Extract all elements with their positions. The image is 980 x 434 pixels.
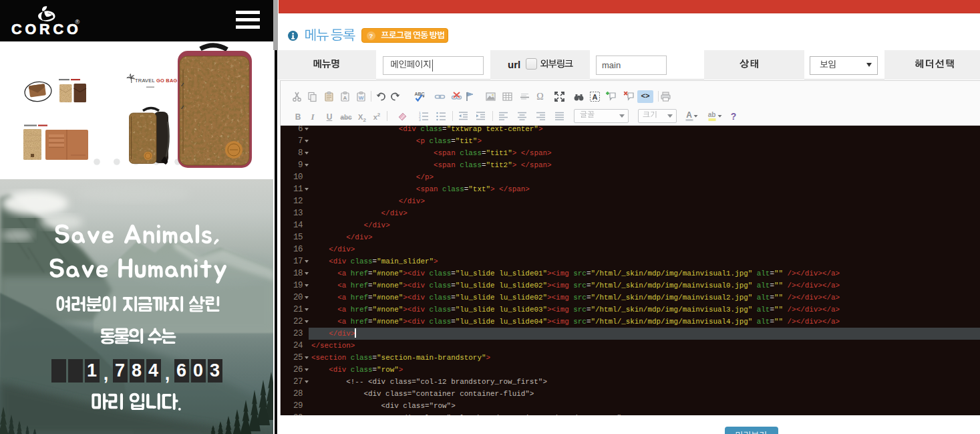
svg-text:Ω: Ω bbox=[536, 92, 543, 102]
svg-text:3: 3 bbox=[419, 118, 421, 122]
svg-text:ab: ab bbox=[708, 111, 716, 118]
svg-text:TRAVEL: TRAVEL bbox=[135, 78, 155, 84]
svg-text:A: A bbox=[592, 93, 597, 101]
svg-text:?: ? bbox=[369, 32, 373, 39]
svg-text:A: A bbox=[343, 95, 347, 101]
svg-text:A: A bbox=[686, 110, 692, 120]
svg-text:GO BAG: GO BAG bbox=[156, 78, 178, 84]
svg-text:W: W bbox=[358, 95, 363, 101]
